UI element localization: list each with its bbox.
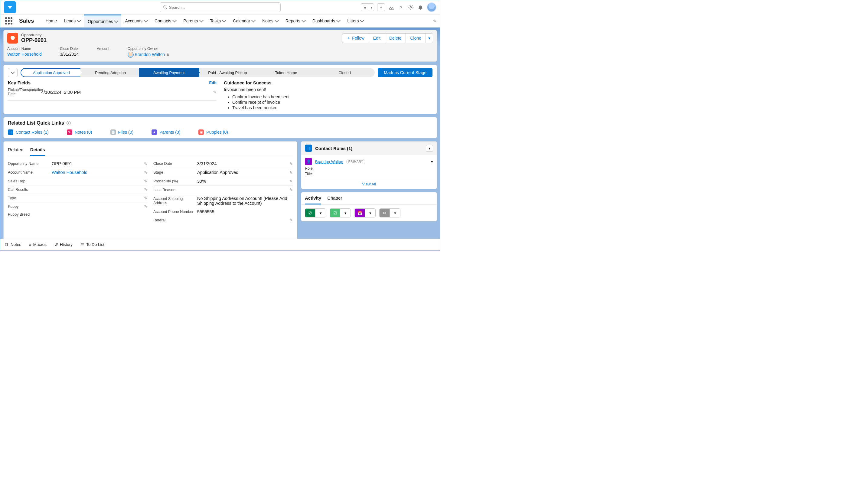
nav-item-tasks[interactable]: Tasks [207,15,230,27]
nav-item-notes[interactable]: Notes [259,15,282,27]
chevron-down-icon[interactable]: ▾ [316,209,326,217]
path-step-taken-home[interactable]: Taken Home [256,68,316,77]
pencil-icon[interactable]: ✎ [289,162,293,166]
pencil-icon[interactable]: ✎ [289,179,293,184]
pencil-icon[interactable]: ✎ [144,187,147,192]
follow-button[interactable]: ＋ Follow [342,33,369,43]
nav-item-litters[interactable]: Litters [344,15,367,27]
utility-label: History [60,242,72,247]
tab-activity[interactable]: Activity [305,195,321,205]
ql-notes[interactable]: ✎Notes (0) [67,129,92,135]
path-collapse-toggle[interactable] [8,68,18,77]
new-event-button[interactable]: 📅▾ [354,208,376,217]
nav-item-contacts[interactable]: Contacts [151,15,180,27]
contact-actions-menu[interactable]: ▾ [431,159,433,164]
user-avatar[interactable] [427,2,436,12]
chevron-down-icon[interactable] [172,18,177,22]
pencil-icon[interactable]: ✎ [289,170,293,175]
chevron-down-icon[interactable] [144,18,148,22]
nav-item-reports[interactable]: Reports [282,15,309,27]
global-search[interactable] [160,2,281,12]
account-name-link[interactable]: Walton Household [7,52,42,57]
clone-button[interactable]: Clone [406,33,426,43]
star-icon[interactable]: ★ [361,3,369,11]
pencil-icon[interactable]: ✎ [144,162,147,166]
path-step-label: Closed [339,70,350,75]
tab-chatter[interactable]: Chatter [327,195,342,205]
utility-todo[interactable]: ☰To Do List [81,242,104,247]
contact-name-link[interactable]: Brandon Walton [315,159,343,164]
utility-notes[interactable]: 🗒Notes [4,242,21,247]
trailhead-icon[interactable] [388,4,395,10]
nav-item-dashboards[interactable]: Dashboards [309,15,344,27]
path-step-closed[interactable]: Closed [314,68,375,77]
pencil-icon[interactable]: ✎ [144,179,147,183]
favorites-split[interactable]: ★ ▾ [361,3,374,11]
view-all-link[interactable]: View All [301,179,437,189]
pencil-icon[interactable]: ✎ [289,188,293,192]
change-owner-icon[interactable]: ♟ [166,52,170,57]
ql-files[interactable]: 📄Files (0) [110,129,134,135]
path-step-pending-adoption[interactable]: Pending Adoption [81,68,141,77]
search-icon [163,5,167,9]
chevron-down-icon[interactable] [336,18,341,22]
svg-point-1 [410,7,412,8]
edit-nav-pencil-icon[interactable]: ✎ [433,19,436,23]
chevron-down-icon[interactable] [222,18,226,22]
chevron-down-icon[interactable] [302,18,306,22]
nav-item-home[interactable]: Home [42,15,61,27]
plus-icon[interactable]: ＋ [377,3,385,11]
chevron-down-icon[interactable] [199,18,203,22]
chevron-down-icon[interactable] [114,18,118,23]
owner-link[interactable]: Brandon Walton [135,52,165,57]
nav-item-opportunities[interactable]: Opportunities [84,15,121,27]
app-launcher-icon[interactable] [4,16,14,26]
ql-contact-roles[interactable]: 👥Contact Roles (1) [8,129,49,135]
new-task-button[interactable]: ☑▾ [330,208,351,217]
pencil-icon[interactable]: ✎ [144,204,147,209]
setup-gear-icon[interactable] [407,4,414,10]
mark-as-current-stage-button[interactable]: Mark as Current Stage [378,68,433,77]
ql-parents[interactable]: ★Parents (0) [152,129,180,135]
task-icon: ☑ [330,209,340,217]
info-icon[interactable]: i [67,121,71,125]
key-fields-edit-link[interactable]: Edit [209,81,217,85]
chevron-down-icon[interactable]: ▾ [365,209,375,217]
contact-roles-icon: 👥 [8,129,13,135]
delete-button[interactable]: Delete [385,33,406,43]
path-step-awaiting-payment[interactable]: Awaiting Payment [139,68,199,77]
pencil-icon[interactable]: ✎ [213,90,217,94]
nav-item-calendar[interactable]: Calendar [229,15,259,27]
chevron-down-icon[interactable]: ▾ [390,209,400,217]
email-button[interactable]: ✉▾ [379,208,400,217]
utility-macros[interactable]: »Macros [29,242,47,247]
edit-button[interactable]: Edit [369,33,385,43]
chevron-down-icon[interactable] [360,18,364,22]
log-call-button[interactable]: ✆▾ [305,208,326,217]
cloud-logo[interactable] [4,1,16,13]
chevron-down-icon[interactable]: ▾ [340,209,350,217]
tab-details[interactable]: Details [30,146,45,156]
help-icon[interactable]: ? [398,4,404,10]
utility-history[interactable]: ↺History [55,242,72,247]
contact-roles-menu[interactable]: ▾ [426,145,433,152]
nav-item-accounts[interactable]: Accounts [121,15,151,27]
chevron-down-icon[interactable] [77,18,81,22]
more-actions-button[interactable]: ▾ [426,33,433,43]
favorites-dropdown[interactable]: ▾ [369,3,374,11]
notifications-bell-icon[interactable] [417,4,424,10]
nav-item-leads[interactable]: Leads [61,15,84,27]
ql-puppies[interactable]: ▣Puppies (0) [198,129,228,135]
pencil-icon[interactable]: ✎ [289,218,293,222]
nav-item-parents[interactable]: Parents [180,15,206,27]
tab-related[interactable]: Related [8,146,24,156]
nav-items: Home Leads Opportunities Accounts Contac… [42,15,367,27]
path-step-application-approved[interactable]: Application Approved [21,68,82,77]
chevron-down-icon[interactable] [251,18,256,22]
path-step-paid-awaiting-pickup[interactable]: Paid - Awaiting Pickup [197,68,258,77]
pencil-icon[interactable]: ✎ [144,196,147,200]
chevron-down-icon[interactable] [275,18,279,22]
detail-value-link[interactable]: Walton Household [52,170,144,175]
pencil-icon[interactable]: ✎ [144,170,147,175]
search-input[interactable] [169,5,277,10]
